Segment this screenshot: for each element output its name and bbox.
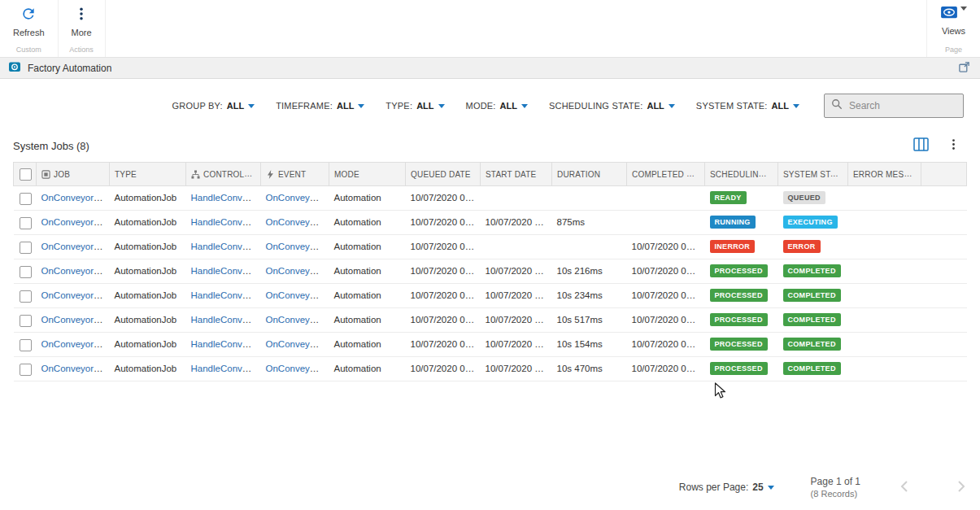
controller-link[interactable]: HandleConveyo — [191, 290, 258, 300]
error-message-cell — [848, 283, 921, 307]
views-button[interactable]: Views — [937, 4, 970, 37]
columns-icon — [913, 137, 929, 154]
controller-cell: HandleConveyo — [186, 307, 261, 332]
job-link[interactable]: OnConveyorBan — [41, 242, 110, 251]
row-checkbox[interactable] — [20, 193, 32, 205]
refresh-button[interactable]: Refresh — [10, 4, 48, 39]
column-header-start-date[interactable]: START DATE — [481, 163, 552, 186]
row-select-cell — [14, 283, 37, 307]
search-input[interactable] — [847, 99, 956, 112]
column-header-mode[interactable]: MODE — [329, 163, 406, 186]
system-state-cell: COMPLETED — [778, 356, 848, 381]
column-header-job[interactable]: JOB — [37, 163, 110, 186]
ribbon-group-custom: Refresh Custom — [0, 0, 59, 57]
row-select-cell — [14, 210, 37, 234]
controller-link[interactable]: HandleConveyo — [191, 217, 258, 227]
system-state-badge: ERROR — [783, 240, 821, 253]
controller-link[interactable]: HandleConveyo — [191, 364, 258, 373]
type-cell: AutomationJob — [110, 283, 186, 307]
start-date-cell — [481, 185, 552, 210]
filter-timeframe[interactable]: TIMEFRAME: ALL — [276, 101, 364, 111]
row-checkbox[interactable] — [20, 339, 32, 351]
job-link[interactable]: OnConveyorBan — [41, 290, 110, 300]
controller-link[interactable]: HandleConveyo — [191, 339, 258, 349]
event-link[interactable]: OnConveyorBan — [266, 339, 329, 349]
filter-group-by[interactable]: GROUP BY: ALL — [172, 101, 255, 111]
row-checkbox[interactable] — [20, 266, 32, 278]
completed-date-cell: 10/07/2020 03:... — [627, 332, 705, 356]
controller-cell: HandleConveyo — [186, 185, 261, 210]
rows-per-page-selector[interactable]: Rows per Page:25 — [679, 482, 774, 493]
row-checkbox[interactable] — [20, 217, 32, 229]
table-row[interactable]: OnConveyorBanAutomationJobHandleConveyoO… — [14, 283, 967, 307]
event-cell: OnConveyorBan — [261, 283, 329, 307]
table-row[interactable]: OnConveyorBanAutomationJobHandleConveyoO… — [14, 210, 967, 234]
more-button[interactable]: More — [68, 4, 95, 39]
job-link[interactable]: OnConveyorBan — [41, 217, 110, 227]
filter-mode[interactable]: MODE: ALL — [466, 101, 528, 111]
system-state-cell: EXECUTING — [778, 210, 848, 234]
column-header-type[interactable]: TYPE — [110, 163, 186, 186]
row-checkbox[interactable] — [20, 242, 32, 254]
job-link[interactable]: OnConveyorBan — [41, 339, 110, 349]
table-row[interactable]: OnConveyorBanAutomationJobHandleConveyoO… — [14, 307, 967, 332]
event-link[interactable]: OnConveyorBan — [266, 217, 329, 227]
event-link[interactable]: OnConveyorBan — [266, 290, 329, 300]
row-checkbox[interactable] — [20, 364, 32, 376]
job-link[interactable]: OnConveyorBan — [41, 364, 110, 373]
controller-link[interactable]: HandleConveyo — [191, 315, 258, 325]
event-link[interactable]: OnConveyorBan — [266, 266, 329, 276]
error-message-cell — [848, 259, 921, 283]
error-message-cell — [848, 185, 921, 210]
column-header-scheduling-sta[interactable]: SCHEDULING STA... — [705, 163, 778, 186]
next-page-button[interactable] — [954, 477, 969, 499]
column-header-event[interactable]: EVENT — [261, 163, 329, 186]
job-link[interactable]: OnConveyorBan — [41, 266, 110, 276]
column-header-error-message[interactable]: ERROR MESSAGE — [848, 163, 921, 186]
table-row[interactable]: OnConveyorBanAutomationJobHandleConveyoO… — [14, 332, 967, 356]
event-link[interactable]: OnConveyorBan — [266, 364, 329, 373]
column-header-duration[interactable]: DURATION — [552, 163, 627, 186]
controller-link[interactable]: HandleConveyo — [191, 193, 258, 203]
filter-value: ALL — [500, 101, 517, 111]
mode-cell: Automation — [329, 259, 406, 283]
popout-button[interactable] — [956, 59, 972, 77]
row-checkbox[interactable] — [20, 290, 32, 303]
duration-cell: 10s 216ms — [552, 259, 627, 283]
page-info-block: Page 1 of 1 (8 Records) — [811, 475, 860, 500]
filter-type[interactable]: TYPE: ALL — [385, 101, 444, 111]
job-link[interactable]: OnConveyorBan — [41, 315, 110, 325]
previous-page-button[interactable] — [897, 477, 912, 499]
column-header-system-state[interactable]: SYSTEM STATE — [778, 163, 848, 186]
table-row[interactable]: OnConveyorBanAutomationJobHandleConveyoO… — [14, 185, 967, 210]
table-row[interactable]: OnConveyorBanAutomationJobHandleConveyoO… — [14, 356, 967, 381]
table-row[interactable]: OnConveyorBanAutomationJobHandleConveyoO… — [14, 234, 967, 259]
scheduling-state-cell: RUNNING — [705, 210, 778, 234]
filter-system-state[interactable]: SYSTEM STATE: ALL — [696, 101, 799, 111]
controller-link[interactable]: HandleConveyo — [191, 266, 258, 276]
system-state-badge: COMPLETED — [783, 313, 841, 326]
select-all-checkbox[interactable] — [20, 168, 32, 181]
column-header-completed-date[interactable]: COMPLETED DATE — [627, 163, 705, 186]
ribbon-group-actions: More Actions — [59, 0, 106, 57]
controller-cell: HandleConveyo — [186, 332, 261, 356]
scheduling-state-badge: RUNNING — [710, 216, 756, 229]
event-link[interactable]: OnConveyorBan — [266, 242, 329, 251]
column-header-controller[interactable]: CONTROLLER — [186, 163, 261, 186]
ribbon-group-caption-page: Page — [945, 43, 962, 57]
job-cell: OnConveyorBan — [37, 283, 110, 307]
controller-link[interactable]: HandleConveyo — [191, 242, 258, 251]
event-link[interactable]: OnConveyorBan — [266, 315, 329, 325]
table-header-row: JOBTYPECONTROLLEREVENTMODEQUEUED DATESTA… — [14, 163, 967, 186]
column-options-button[interactable] — [913, 137, 929, 154]
filter-scheduling-state[interactable]: SCHEDULING STATE: ALL — [549, 101, 675, 111]
mode-cell: Automation — [329, 307, 406, 332]
table-row[interactable]: OnConveyorBanAutomationJobHandleConveyoO… — [14, 259, 967, 283]
system-state-badge: EXECUTING — [783, 216, 838, 229]
table-more-options-button[interactable] — [947, 137, 960, 154]
row-checkbox[interactable] — [20, 315, 32, 327]
column-header-queued-date[interactable]: QUEUED DATE — [406, 163, 481, 186]
job-link[interactable]: OnConveyorBan — [41, 193, 110, 203]
chevron-down-icon — [521, 104, 528, 108]
event-link[interactable]: OnConveyorBan — [266, 193, 329, 203]
